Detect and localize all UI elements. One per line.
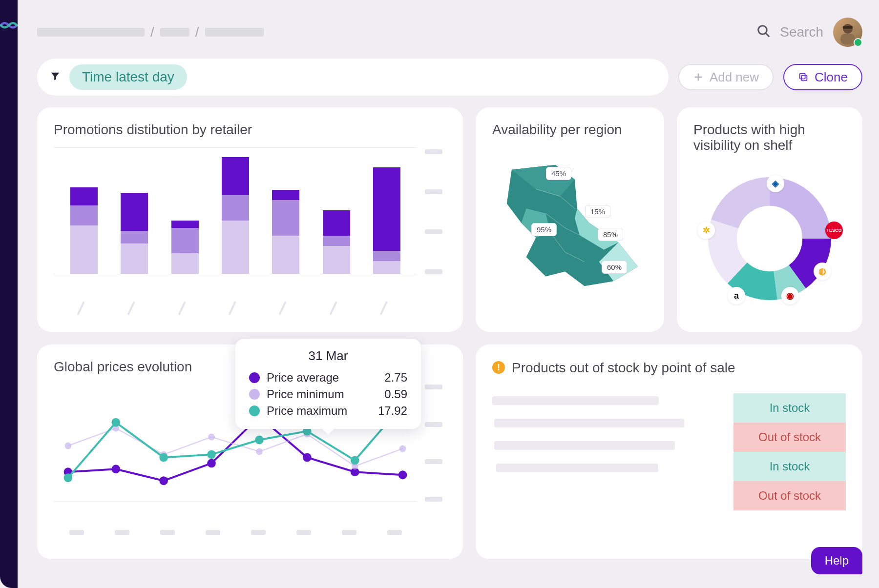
svg-point-12 <box>207 459 216 467</box>
filter-bar: Time latest day <box>37 59 669 96</box>
svg-point-10 <box>111 465 120 473</box>
breadcrumb-segment <box>37 28 145 37</box>
card-visibility: Products with high visibility on shelf ◈… <box>677 107 862 332</box>
tooltip-date: 31 Mar <box>249 348 407 364</box>
map-label: 85% <box>598 228 623 241</box>
bar <box>121 193 148 274</box>
promotions-bar-chart <box>54 147 446 299</box>
map-label: 15% <box>585 205 610 218</box>
svg-rect-7 <box>801 75 807 81</box>
breadcrumb-segment <box>205 28 264 37</box>
bar <box>323 210 350 274</box>
tooltip-row: Price maximum17.92 <box>249 403 407 419</box>
svg-point-24 <box>399 445 406 452</box>
card-stock-title: Products out of stock by point of sale <box>512 359 735 377</box>
svg-point-20 <box>208 434 215 441</box>
svg-point-31 <box>351 456 359 465</box>
stock-status-badge: In stock <box>733 452 846 481</box>
card-availability-title: Availability per region <box>492 122 648 138</box>
retailer-badge-target: ◉ <box>781 287 799 304</box>
card-promotions-title: Promotions distibution by retailer <box>54 122 446 138</box>
bar <box>70 187 98 274</box>
bar <box>373 167 400 274</box>
presence-indicator <box>854 38 862 47</box>
svg-rect-4 <box>843 26 853 29</box>
filter-chip-time[interactable]: Time latest day <box>69 64 187 90</box>
clone-label: Clone <box>815 70 848 85</box>
stock-status-badge: Out of stock <box>733 423 846 452</box>
app-logo <box>0 20 18 31</box>
bar <box>222 157 249 274</box>
bar <box>272 190 299 274</box>
svg-point-16 <box>398 470 407 479</box>
toolbar: Time latest day Add new Clone <box>37 59 862 96</box>
prices-line-chart: 31 Mar Price average2.75Price minimum0.5… <box>54 385 446 521</box>
map-label: 95% <box>531 223 557 236</box>
stock-status-badge: In stock <box>733 393 846 423</box>
svg-rect-3 <box>840 34 855 44</box>
help-button[interactable]: Help <box>811 547 862 574</box>
alert-icon: ! <box>492 361 505 374</box>
stock-row-placeholders <box>492 393 724 510</box>
breadcrumb-separator: / <box>195 24 199 40</box>
tooltip-row: Price average2.75 <box>249 369 407 386</box>
map-label: 60% <box>602 261 627 274</box>
svg-point-27 <box>159 453 168 462</box>
search[interactable]: Search <box>756 24 823 41</box>
card-availability: Availability per region 45% 15% 95% <box>476 107 664 332</box>
add-new-label: Add new <box>710 70 759 85</box>
map-label: 45% <box>546 167 571 180</box>
svg-point-25 <box>64 473 73 482</box>
add-new-button[interactable]: Add new <box>678 64 774 90</box>
search-placeholder: Search <box>780 24 823 40</box>
svg-point-21 <box>256 448 263 455</box>
retailer-badge-carrefour: ◈ <box>767 175 784 192</box>
left-sidebar <box>0 0 18 588</box>
svg-rect-8 <box>800 74 805 79</box>
filter-icon[interactable] <box>50 71 61 83</box>
breadcrumb: / / <box>37 24 747 40</box>
svg-point-0 <box>758 26 767 35</box>
stock-status-badge: Out of stock <box>733 481 846 510</box>
visibility-donut-chart: ◈ TESCO ◍ ◉ a ✲ <box>693 163 846 314</box>
svg-point-28 <box>207 450 216 459</box>
retailer-badge-tesco: TESCO <box>825 222 843 239</box>
card-stock: ! Products out of stock by point of sale… <box>476 345 862 559</box>
user-avatar[interactable] <box>833 18 862 47</box>
bar <box>171 221 199 274</box>
topbar: / / Search <box>37 18 862 47</box>
svg-point-11 <box>159 476 168 485</box>
breadcrumb-separator: / <box>150 24 154 40</box>
search-icon <box>756 24 771 41</box>
svg-point-14 <box>303 453 312 462</box>
svg-point-26 <box>111 418 120 427</box>
svg-line-1 <box>766 33 770 37</box>
card-prices: Global prices evolution 31 Mar Price ave… <box>37 345 463 559</box>
tooltip-row: Price minimum0.59 <box>249 386 407 403</box>
chart-tooltip: 31 Mar Price average2.75Price minimum0.5… <box>235 339 421 429</box>
retailer-badge-amazon: a <box>728 287 745 304</box>
svg-point-17 <box>65 443 72 449</box>
breadcrumb-segment <box>160 28 189 37</box>
card-visibility-title: Products with high visibility on shelf <box>693 122 846 153</box>
svg-point-29 <box>255 436 264 445</box>
retailer-badge-mercado: ◍ <box>814 263 831 280</box>
clone-button[interactable]: Clone <box>783 64 862 90</box>
availability-map: 45% 15% 95% 85% 60% <box>492 147 648 308</box>
card-promotions: Promotions distibution by retailer <box>37 107 463 332</box>
retailer-badge-walmart: ✲ <box>697 222 715 239</box>
